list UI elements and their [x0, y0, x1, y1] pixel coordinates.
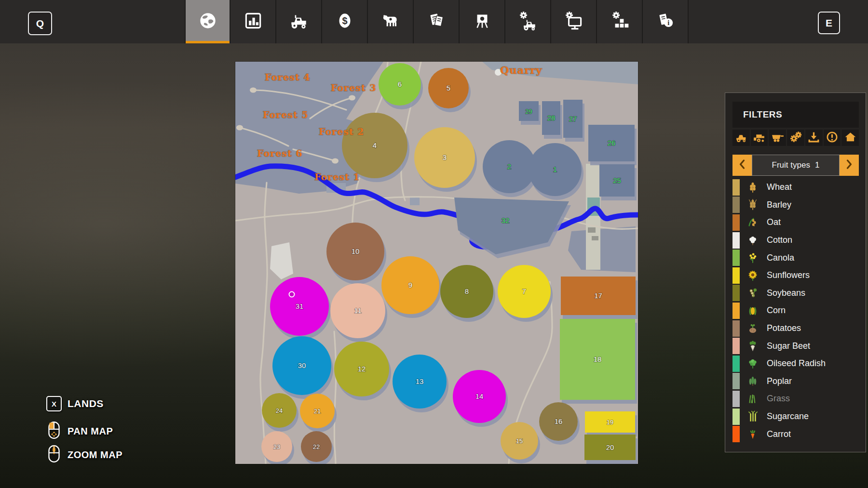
farm-building [588, 227, 596, 233]
crop-filter-cotton[interactable]: Cotton [732, 232, 859, 249]
corn-icon [746, 304, 759, 317]
crop-filter-wheat[interactable]: Wheat [732, 179, 859, 196]
tab-vehicles[interactable] [276, 0, 322, 43]
filter-house-button[interactable] [841, 130, 859, 146]
field-number: 9 [408, 281, 412, 289]
sugarcane-icon [746, 410, 759, 423]
key-hint-e[interactable]: E [818, 12, 840, 34]
filter-harvester-button[interactable] [751, 130, 768, 146]
tab-contracts[interactable] [414, 0, 460, 43]
field-number: 18 [594, 355, 602, 363]
crop-filter-sugarcane[interactable]: Sugarcane [732, 408, 859, 425]
field-number: 16 [555, 417, 563, 425]
field-28[interactable]: 28 [542, 101, 562, 139]
field-number: 23 [273, 443, 280, 450]
field-27[interactable]: 27 [563, 100, 584, 142]
crop-color-swatch [732, 426, 740, 442]
field-number: 8 [465, 287, 469, 295]
crop-filter-sunflowers[interactable]: Sunflowers [732, 267, 859, 284]
crop-filter-corn[interactable]: Corn [732, 302, 859, 319]
field-number: 20 [606, 443, 614, 451]
crop-label: Sugar Beet [767, 341, 810, 351]
oat-icon [746, 216, 759, 229]
key-hint-q[interactable]: Q [28, 12, 52, 35]
key-hint-x: X [46, 396, 62, 411]
document-info-icon: i [654, 10, 677, 34]
pan-map-control: PAN MAP [47, 421, 113, 441]
place-label-forest-6: Forest 6 [257, 148, 303, 158]
top-bar: Q $ i [0, 0, 868, 43]
field-number: 19 [607, 419, 613, 426]
field-number: 3 [443, 153, 447, 161]
field-number: 29 [525, 108, 532, 115]
fruit-type-selector: Fruit types 1 [732, 155, 859, 176]
filter-trailer-button[interactable] [769, 130, 786, 146]
carrot-icon [746, 428, 759, 440]
tab-animals[interactable] [368, 0, 414, 43]
bar-chart-icon [242, 10, 264, 34]
field-number: 15 [516, 437, 523, 445]
filter-tractor-button[interactable] [732, 130, 750, 146]
crop-filter-canola[interactable]: Canola [732, 249, 859, 266]
field-25[interactable]: 25 [599, 164, 637, 200]
crop-filter-oilseed-radish[interactable]: Oilseed Radish [732, 355, 859, 372]
crop-label: Barley [767, 200, 791, 210]
field-number: 31 [296, 302, 304, 310]
filter-download-button[interactable] [805, 130, 823, 146]
map-canvas[interactable]: 6543212928272625321031119871718301213142… [235, 62, 638, 464]
field-17[interactable]: 17 [561, 277, 637, 319]
field-number: 22 [313, 443, 320, 450]
tab-statistics[interactable] [231, 0, 276, 43]
tab-finances[interactable]: $ [322, 0, 368, 43]
crop-color-swatch [732, 214, 740, 231]
crop-color-swatch [732, 267, 740, 284]
crop-filter-carrot[interactable]: Carrot [732, 425, 859, 443]
field-number: 13 [416, 377, 424, 385]
crop-filter-grass[interactable]: Grass [732, 390, 859, 408]
world-map[interactable]: 6543212928272625321031119871718301213142… [235, 62, 638, 464]
crop-filter-poplar[interactable]: Poplar [732, 373, 859, 390]
tractor-gear-icon [517, 10, 539, 34]
crop-filter-sugar-beet[interactable]: Sugar Beet [732, 337, 859, 355]
crop-color-swatch [732, 320, 740, 337]
tab-map[interactable] [185, 0, 231, 43]
gears-icon [789, 131, 802, 145]
place-label-forest-3: Forest 3 [331, 82, 377, 93]
road-end [236, 125, 243, 131]
field-number: 1 [553, 165, 557, 173]
harvester-icon [753, 131, 766, 145]
selector-next-button[interactable] [840, 155, 859, 176]
selector-prev-button[interactable] [732, 155, 752, 176]
field-number: 27 [569, 115, 577, 123]
canola-icon [746, 251, 759, 264]
forest-patch [410, 197, 420, 205]
crop-filter-potatoes[interactable]: Potatoes [732, 320, 859, 337]
tab-production[interactable] [460, 0, 505, 43]
field-18[interactable]: 18 [560, 319, 637, 404]
tab-mods[interactable] [597, 0, 643, 43]
field-19[interactable]: 19 [585, 411, 637, 436]
tab-garage[interactable] [551, 0, 597, 43]
field-20[interactable]: 20 [584, 435, 637, 464]
field-29[interactable]: 29 [519, 101, 541, 125]
field-number: 4 [373, 141, 377, 149]
crop-color-swatch [732, 303, 740, 319]
tab-maintenance[interactable] [505, 0, 551, 43]
zoom-map-label: ZOOM MAP [68, 449, 122, 461]
place-label-forest-1: Forest 1 [314, 171, 360, 182]
crop-filter-soybeans[interactable]: Soybeans [732, 285, 859, 302]
easel-icon [471, 10, 493, 34]
crop-filter-barley[interactable]: Barley [732, 197, 859, 214]
crop-label: Sugarcane [767, 411, 809, 422]
field-26[interactable]: 26 [588, 125, 637, 165]
crop-filter-oat[interactable]: Oat [732, 214, 859, 231]
crop-color-swatch [732, 391, 740, 407]
cow-icon [380, 10, 402, 34]
selector-label: Fruit types [772, 160, 810, 170]
filter-alert-button[interactable] [824, 130, 841, 146]
filter-gears-button[interactable] [787, 130, 804, 146]
tab-help[interactable]: i [643, 0, 689, 43]
place-label-quarry: Quarry [500, 64, 542, 76]
place-label-forest-5: Forest 5 [263, 109, 309, 120]
farm-building [592, 236, 598, 240]
